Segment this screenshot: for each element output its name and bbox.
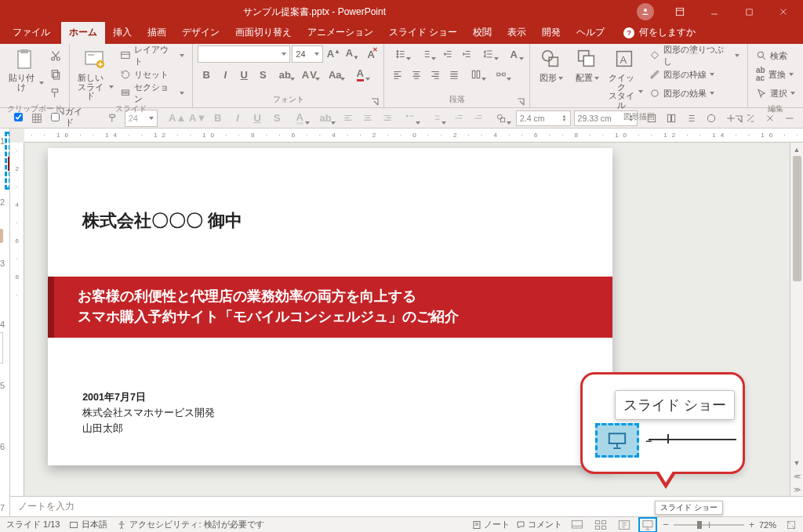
slide[interactable]: 株式会社〇〇〇 御中 お客様の利便性と代理店の業務効率の両方を向上する スマホ購… — [48, 148, 612, 465]
decrease-indent-button[interactable] — [439, 45, 456, 63]
inc-font2[interactable]: A▲ — [169, 110, 186, 127]
clipboard-dialog-launcher[interactable] — [56, 107, 64, 115]
vertical-scrollbar[interactable]: ▲ ▼ ≪ ≫ — [790, 143, 803, 496]
thumbnail-4[interactable]: 4 — [0, 318, 5, 370]
thumbnail-1[interactable]: 1 — [0, 135, 5, 186]
gridlines-button[interactable] — [28, 110, 45, 127]
num2[interactable] — [425, 110, 448, 127]
minimize-button[interactable] — [698, 0, 731, 24]
view-reading-button[interactable] — [616, 518, 633, 532]
callout-slideshow-button[interactable] — [595, 423, 639, 458]
quick-styles-button[interactable]: A クイック スタイル — [607, 45, 643, 110]
clear-formatting-button[interactable]: A✕ — [362, 45, 380, 63]
bold-button[interactable]: B — [198, 66, 215, 83]
thumbnail-2[interactable]: 2 — [0, 196, 5, 248]
dec-font2[interactable]: A▼ — [189, 110, 206, 127]
thumbnail-3[interactable]: 3 — [0, 257, 5, 309]
tab-slideshow[interactable]: スライド ショー — [381, 22, 465, 44]
smartart-button[interactable] — [489, 66, 513, 83]
next-slide-button[interactable]: ≫ — [790, 483, 803, 496]
tab-home[interactable]: ホーム — [61, 22, 105, 44]
fit-button[interactable] — [783, 518, 800, 532]
tab-transitions[interactable]: 画面切り替え — [227, 22, 300, 44]
shapes-button[interactable]: 図形 — [535, 45, 568, 83]
cut-button[interactable] — [47, 47, 64, 64]
tab-draw[interactable]: 描画 — [140, 22, 174, 44]
status-language[interactable]: 日本語 — [82, 519, 107, 530]
view-normal-button[interactable] — [569, 518, 586, 532]
slide-thumbnail-panel[interactable]: 1 2 3 4 5 6 7 — [0, 128, 10, 516]
shape-outline-button[interactable]: 図形の枠線 — [646, 66, 743, 83]
zoom-slider[interactable]: − + 72% — [663, 519, 776, 530]
ribbon-options-button[interactable] — [663, 0, 696, 24]
format-painter2-button[interactable] — [105, 110, 122, 127]
bullets-button[interactable] — [389, 45, 412, 63]
format-painter-button[interactable] — [47, 85, 64, 102]
tbar-btn-c[interactable] — [683, 110, 699, 127]
aleft2[interactable] — [340, 110, 357, 127]
maximize-button[interactable] — [732, 0, 765, 24]
font-family-select[interactable] — [198, 45, 290, 63]
shadow2[interactable]: S — [269, 110, 285, 127]
italic-button[interactable]: I — [216, 66, 234, 83]
shape-fill-button[interactable]: 図形の塗りつぶし — [646, 47, 743, 64]
align-right-button[interactable] — [427, 66, 444, 83]
tab-file[interactable]: ファイル — [2, 22, 61, 44]
align-center-button[interactable] — [408, 66, 425, 83]
scroll-thumb[interactable] — [793, 156, 801, 281]
replace-button[interactable]: abac置換 — [753, 66, 797, 83]
tab-animations[interactable]: アニメーション — [300, 22, 381, 44]
find-button[interactable]: 検索 — [753, 47, 790, 64]
account-button[interactable] — [629, 0, 662, 24]
paragraph-dialog-launcher[interactable] — [517, 98, 525, 106]
shapes2[interactable] — [490, 110, 513, 127]
select-button[interactable]: 選択 — [753, 85, 798, 102]
tbar-btn-b[interactable] — [663, 110, 680, 127]
tellme-search[interactable]: ? 何をしますか — [616, 22, 703, 44]
status-accessibility[interactable]: アクセシビリティ: 検討が必要です — [117, 519, 263, 530]
tbar-btn-e[interactable] — [722, 110, 739, 127]
decrease-font-button[interactable]: A▼ — [343, 45, 361, 63]
arrange-button[interactable]: 配置 — [571, 45, 604, 83]
shape-effects-button[interactable]: 図形の効果 — [646, 85, 743, 102]
highlight2[interactable]: ab — [314, 110, 337, 127]
aright2[interactable] — [380, 110, 396, 127]
under2[interactable]: U — [249, 110, 266, 127]
tab-insert[interactable]: 挿入 — [105, 22, 140, 44]
tab-view[interactable]: 表示 — [500, 22, 534, 44]
thumbnail-6[interactable]: 6 — [0, 440, 5, 492]
thumbnail-5[interactable]: 5 — [0, 379, 5, 431]
indentL2[interactable] — [451, 110, 467, 127]
increase-font-button[interactable]: A▲ — [325, 45, 342, 63]
view-slideshow-button[interactable] — [639, 518, 656, 532]
bullets2[interactable] — [399, 110, 422, 127]
font-size-select[interactable]: 24 — [292, 45, 323, 63]
tbar-btn-h[interactable] — [782, 110, 798, 127]
tab-design[interactable]: デザイン — [174, 22, 227, 44]
shadow-button[interactable]: ab — [273, 66, 296, 83]
indentR2[interactable] — [471, 110, 487, 127]
reset-button[interactable]: リセット — [117, 66, 188, 83]
status-notes-button[interactable]: ノート — [472, 519, 510, 530]
numbering-button[interactable] — [414, 45, 438, 63]
increase-indent-button[interactable] — [458, 45, 475, 63]
align-left-button[interactable] — [389, 66, 406, 83]
char-spacing-button[interactable]: AV — [298, 66, 322, 83]
acenter2[interactable] — [360, 110, 376, 127]
close-button[interactable] — [767, 0, 800, 24]
tbar-btn-f[interactable] — [743, 110, 759, 127]
change-case-button[interactable]: Aa — [323, 66, 347, 83]
text-direction-button[interactable]: A — [502, 45, 525, 63]
font-color-button[interactable]: A — [348, 66, 372, 83]
underline-button[interactable]: U — [235, 66, 253, 83]
prev-slide-button[interactable]: ≪ — [790, 469, 803, 483]
tab-developer[interactable]: 開発 — [534, 22, 569, 44]
thumbnail-7[interactable]: 7 — [0, 501, 5, 516]
tbar-btn-g[interactable] — [762, 110, 779, 127]
copy-button[interactable] — [47, 66, 64, 83]
bold2[interactable]: B — [209, 110, 226, 127]
paste-button[interactable]: 貼り付け — [5, 45, 44, 92]
section-button[interactable]: セクション — [117, 85, 188, 102]
tab-review[interactable]: 校閲 — [465, 22, 500, 44]
tbar-btn-d[interactable] — [703, 110, 719, 127]
